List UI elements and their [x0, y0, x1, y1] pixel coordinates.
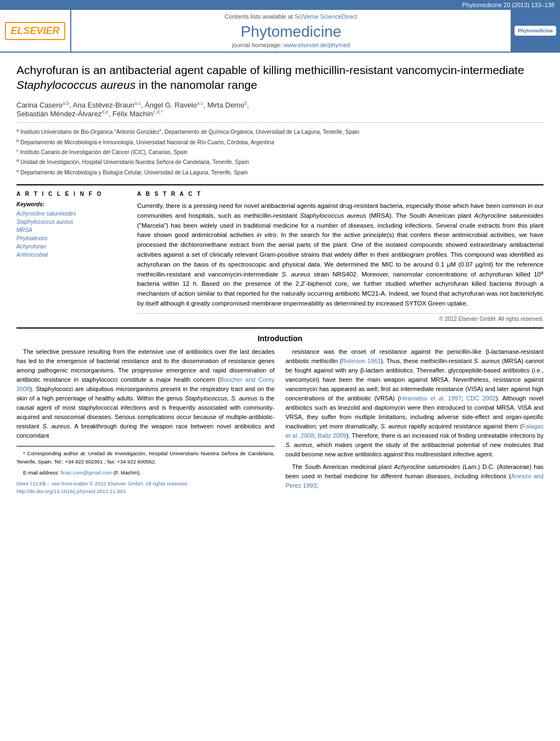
elsevier-logo: ELSEVIER	[10, 25, 59, 37]
issn-text: 0944-7113/$ – see front matter © 2012 El…	[16, 480, 275, 488]
keyword-1: Achyrocline satureioides	[16, 210, 126, 218]
affiliations: a Instituto Universitario de Bio-Orgánic…	[16, 122, 544, 177]
body-para-right-2: The South American medicinal plant Achyr…	[286, 462, 544, 490]
elsevier-logo-section: ELSEVIER	[0, 10, 71, 52]
keyword-4: Phytoalexins	[16, 234, 126, 242]
article-main: Achyrofuran is an antibacterial agent ca…	[0, 53, 560, 501]
journal-header: ELSEVIER Contents lists available at Sci…	[0, 10, 560, 53]
journal-ref-text: Phytomedicine 20 (2013) 133–138	[462, 2, 555, 8]
article-info-column: A R T I C L E I N F O Keywords: Achyrocl…	[16, 191, 126, 322]
phyto-badge: Phytomedicine	[514, 26, 556, 36]
abstract-column: A B S T R A C T Currently, there is a pr…	[137, 191, 544, 322]
body-col-left: The selective pressure resulting from th…	[16, 347, 275, 496]
article-title: Achyrofuran is an antibacterial agent ca…	[16, 63, 544, 93]
footnote-email: E-mail address: finac.com@gmail.com (F. …	[16, 469, 275, 477]
homepage-link[interactable]: www.elsevier.de/phymed	[284, 42, 350, 48]
keyword-2: Staphylococcus aureus	[16, 218, 126, 226]
elsevier-logo-box: ELSEVIER	[5, 22, 65, 40]
body-two-col: The selective pressure resulting from th…	[16, 347, 544, 496]
journal-center-section: Contents lists available at SciVerse Sci…	[71, 10, 511, 52]
abstract-heading: A B S T R A C T	[137, 191, 544, 197]
footnote-section: * Corresponding author at: Unidad de Inv…	[16, 446, 275, 495]
email-link[interactable]: finac.com@gmail.com	[61, 470, 112, 476]
authors: Carina Caseroa,b, Ana Estévez-Brauna,c, …	[16, 100, 544, 118]
doi-link[interactable]: http://dx.doi.org/10.1016/j.phymed.2012.…	[16, 488, 126, 494]
journal-reference: Phytomedicine 20 (2013) 133–138	[0, 0, 560, 10]
intro-heading: Introduction	[16, 334, 544, 343]
body-col-right: resistance was the onset of resistance a…	[286, 347, 544, 496]
abstract-text: Currently, there is a pressing need for …	[137, 201, 544, 309]
copyright: © 2012 Elsevier GmbH. All rights reserve…	[137, 313, 544, 322]
body-para-1: The selective pressure resulting from th…	[16, 347, 275, 440]
sciverse-text: Contents lists available at SciVerse Sci…	[224, 13, 357, 20]
keyword-5: Achyrofuran	[16, 242, 126, 251]
journal-homepage: journal homepage: www.elsevier.de/phymed	[232, 42, 350, 48]
body-section: Introduction The selective pressure resu…	[16, 327, 544, 496]
keyword-3: MRSA	[16, 226, 126, 234]
journal-title: Phytomedicine	[241, 23, 342, 41]
footnote-star: * Corresponding author at: Unidad de Inv…	[16, 450, 275, 466]
article-info-abstract-section: A R T I C L E I N F O Keywords: Achyrocl…	[16, 184, 544, 322]
issn-line: 0944-7113/$ – see front matter © 2012 El…	[16, 480, 275, 496]
article-info-heading: A R T I C L E I N F O	[16, 191, 126, 197]
body-para-right-1: resistance was the onset of resistance a…	[286, 347, 544, 460]
keyword-6: Antimicrobial	[16, 251, 126, 259]
keywords-label: Keywords:	[16, 201, 126, 207]
sciverse-link[interactable]: SciVerse ScienceDirect	[295, 13, 357, 20]
journal-badge-section: Phytomedicine	[511, 10, 560, 52]
